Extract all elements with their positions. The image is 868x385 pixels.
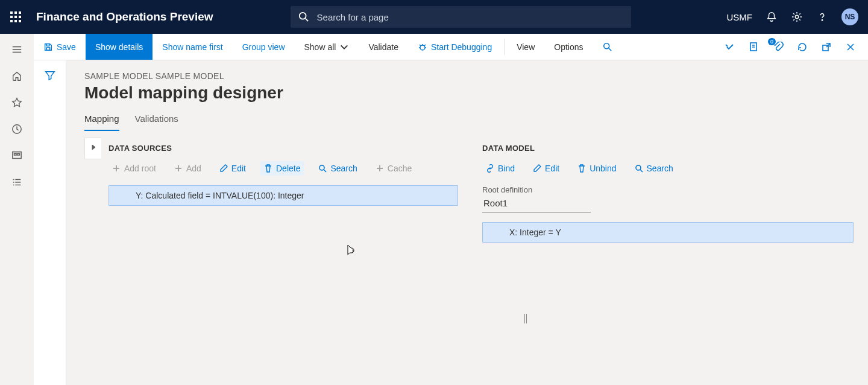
ds-search-button[interactable]: Search [315, 161, 360, 176]
root-definition-value[interactable]: Root1 [482, 196, 591, 212]
bind-button[interactable]: Bind [482, 161, 518, 176]
show-all-dropdown[interactable]: Show all [295, 34, 359, 60]
show-name-first-label: Show name first [162, 42, 222, 52]
options-label: Options [554, 42, 583, 52]
clock-icon[interactable] [10, 122, 24, 136]
ds-delete-label: Delete [276, 164, 300, 173]
search-icon [298, 11, 310, 23]
pane-data-model: DATA MODEL Bind Edit Unbind Search [482, 138, 854, 373]
cache-label: Cache [388, 164, 412, 173]
pane-data-sources: DATA SOURCES Add root Add Edit [84, 138, 458, 373]
add-button[interactable]: Add [171, 161, 205, 176]
data-source-row[interactable]: Y: Calculated field = INTVALUE(100): Int… [108, 185, 458, 206]
show-name-first-button[interactable]: Show name first [153, 34, 232, 60]
svg-rect-19 [17, 153, 20, 155]
ds-delete-button[interactable]: Delete [260, 161, 304, 176]
bug-icon [418, 42, 427, 52]
save-button[interactable]: Save [34, 34, 86, 60]
svg-rect-1 [14, 11, 17, 14]
collapse-data-source-types[interactable] [84, 138, 101, 159]
filter-icon[interactable] [45, 70, 55, 385]
trash-icon [577, 164, 586, 173]
svg-rect-3 [10, 16, 13, 18]
root-definition-label: Root definition [482, 185, 854, 194]
attachments-icon[interactable]: 0 [772, 40, 785, 54]
data-model-title: DATA MODEL [482, 144, 854, 153]
dm-edit-label: Edit [545, 164, 559, 173]
popout-icon[interactable] [820, 40, 833, 54]
refresh-icon[interactable] [796, 40, 809, 54]
data-sources-toolbar: Add root Add Edit Delete [108, 161, 458, 176]
breadcrumb: SAMPLE MODEL SAMPLE MODEL [84, 71, 854, 81]
start-debugging-button[interactable]: Start Debugging [408, 34, 502, 60]
tabs: Mapping Validations [84, 110, 854, 132]
show-details-button[interactable]: Show details [86, 34, 153, 60]
attachments-badge: 0 [768, 38, 776, 45]
nav-rail [0, 34, 34, 385]
bell-icon[interactable] [766, 11, 778, 23]
open-in-new-icon[interactable] [747, 40, 761, 54]
hamburger-icon[interactable] [10, 42, 24, 57]
gear-icon[interactable] [791, 11, 803, 23]
validate-label: Validate [368, 42, 398, 52]
svg-rect-4 [14, 16, 17, 18]
data-model-toolbar: Bind Edit Unbind Search [482, 161, 854, 176]
svg-line-34 [608, 48, 611, 50]
plus-icon [112, 164, 121, 173]
workspace-icon[interactable] [10, 148, 24, 163]
options-menu[interactable]: Options [544, 34, 593, 60]
svg-rect-5 [19, 16, 21, 18]
show-details-label: Show details [95, 42, 143, 52]
chevron-down-icon [339, 42, 349, 52]
modules-icon[interactable] [10, 175, 24, 189]
bind-label: Bind [498, 164, 515, 173]
svg-line-31 [420, 45, 421, 46]
dm-search-label: Search [647, 164, 673, 173]
search-icon [635, 164, 643, 173]
star-icon[interactable] [10, 95, 24, 110]
avatar[interactable]: NS [841, 8, 858, 25]
view-menu[interactable]: View [507, 34, 544, 60]
splitter-handle[interactable] [524, 314, 528, 323]
dm-search-button[interactable]: Search [631, 161, 677, 176]
svg-point-12 [822, 20, 822, 21]
global-search-input[interactable] [316, 11, 624, 23]
svg-rect-18 [14, 153, 17, 155]
pencil-icon [219, 164, 228, 173]
tab-mapping[interactable]: Mapping [84, 110, 119, 131]
add-root-button[interactable]: Add root [108, 161, 160, 176]
group-view-label: Group view [242, 42, 285, 52]
svg-point-9 [299, 13, 306, 19]
app-title: Finance and Operations Preview [36, 10, 213, 24]
find-button[interactable] [593, 34, 622, 60]
data-sources-title: DATA SOURCES [108, 144, 458, 153]
ds-edit-button[interactable]: Edit [216, 161, 250, 176]
global-search[interactable] [291, 6, 631, 28]
search-icon [603, 42, 612, 52]
main-content: SAMPLE MODEL SAMPLE MODEL Model mapping … [66, 60, 868, 385]
home-icon[interactable] [10, 69, 24, 83]
data-model-row[interactable]: X: Integer = Y [482, 222, 854, 243]
unbind-label: Unbind [590, 164, 616, 173]
group-view-button[interactable]: Group view [233, 34, 295, 60]
dm-edit-button[interactable]: Edit [529, 161, 563, 176]
cache-button[interactable]: Cache [372, 161, 415, 176]
related-info-icon[interactable] [723, 40, 737, 54]
svg-line-48 [640, 170, 643, 172]
svg-line-10 [305, 19, 308, 22]
svg-rect-26 [46, 47, 49, 49]
close-icon[interactable] [844, 40, 857, 54]
plus-icon [174, 164, 183, 173]
tab-validations[interactable]: Validations [135, 110, 178, 131]
company-code[interactable]: USMF [727, 12, 753, 22]
svg-rect-2 [19, 11, 21, 14]
unbind-button[interactable]: Unbind [574, 161, 620, 176]
app-launcher-icon[interactable] [6, 7, 25, 27]
view-label: View [517, 42, 535, 52]
help-icon[interactable] [816, 11, 828, 23]
svg-point-43 [319, 165, 324, 170]
svg-point-27 [420, 45, 425, 50]
validate-button[interactable]: Validate [359, 34, 408, 60]
global-header: Finance and Operations Preview USMF NS [0, 0, 868, 34]
pencil-icon [533, 164, 541, 173]
